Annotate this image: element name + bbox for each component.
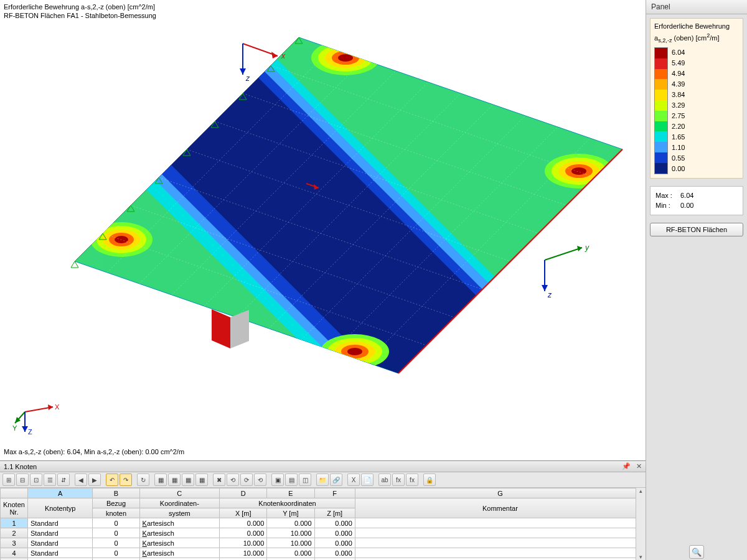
table-row[interactable]: 5 Standard0 Kartesisch5.0000.0000.000 xyxy=(1,558,646,561)
model-viewport[interactable]: Erforderliche Bewehrung a-s,2,-z (oben) … xyxy=(0,0,646,460)
toolbar-button[interactable]: ↷ xyxy=(120,474,132,486)
toolbar-button[interactable]: ☰ xyxy=(44,474,56,486)
toolbar-button[interactable]: ▤ xyxy=(285,474,298,486)
table-row[interactable]: 4 Standard0 Kartesisch10.0000.0000.000 xyxy=(1,548,646,558)
axis-triad: X Y Z xyxy=(12,393,62,437)
svg-marker-49 xyxy=(577,246,582,251)
contour-plot: y z x z xyxy=(0,0,646,460)
svg-point-23 xyxy=(347,348,362,355)
toolbar-button[interactable]: ⊡ xyxy=(30,474,42,486)
side-panel: Panel Erforderliche Bewehrung as,2,-z (o… xyxy=(646,0,747,560)
toolbar-button[interactable]: ⟲ xyxy=(254,474,266,486)
toolbar-button[interactable]: fx xyxy=(392,474,405,486)
toolbar-button[interactable]: ⊟ xyxy=(16,474,29,486)
toolbar-button[interactable]: 📄 xyxy=(361,474,374,486)
svg-point-13 xyxy=(115,236,128,243)
toolbar-button[interactable]: ▦ xyxy=(182,474,194,486)
toolbar-button[interactable]: 🔗 xyxy=(330,474,342,486)
toolbar-button[interactable]: ↶ xyxy=(106,474,118,486)
toolbar-button[interactable]: ▦ xyxy=(154,474,167,486)
toolbar-button[interactable]: ▦ xyxy=(195,474,208,486)
table-titlebar: 1.1 Knoten 📌 ✕ xyxy=(0,461,646,472)
toolbar-button[interactable]: ⟲ xyxy=(227,474,239,486)
svg-text:z: z xyxy=(547,291,552,299)
toolbar-button[interactable]: ▶ xyxy=(88,474,101,486)
toolbar-button[interactable]: ✖ xyxy=(213,474,225,486)
svg-text:X: X xyxy=(55,403,60,411)
panel-header: Panel xyxy=(646,0,747,14)
toolbar-button[interactable]: X xyxy=(347,474,360,486)
table-row[interactable]: 1 Standard0 Kartesisch0.0000.0000.000 xyxy=(1,518,646,528)
table-row[interactable]: 3 Standard0 Kartesisch10.00010.0000.000 xyxy=(1,538,646,548)
toolbar-button[interactable]: 🔒 xyxy=(423,474,436,486)
viewport-summary: Max a-s,2,-z (oben): 6.04, Min a-s,2,-z … xyxy=(4,448,184,455)
properties-icon[interactable]: 🔍 xyxy=(689,545,704,559)
table-panel: 1.1 Knoten 📌 ✕ ⊞⊟⊡☰⇵◀▶↶↷↻▦▦▦▦✖⟲⟳⟲▣▤◫📁🔗X📄… xyxy=(0,460,646,560)
toolbar-button[interactable]: ⊞ xyxy=(2,474,15,486)
toolbar-button[interactable]: ▣ xyxy=(271,474,284,486)
svg-marker-58 xyxy=(240,68,246,75)
svg-marker-69 xyxy=(22,426,28,432)
close-icon[interactable]: ✕ xyxy=(636,462,642,470)
toolbar-button[interactable]: ⟳ xyxy=(240,474,253,486)
data-table[interactable]: A B C D E F G KnotenNr. Knotentyp Bezug … xyxy=(0,488,646,560)
svg-text:Z: Z xyxy=(28,428,32,436)
toolbar-button[interactable]: ⇵ xyxy=(57,474,70,486)
svg-marker-63 xyxy=(48,404,53,410)
toolbar-button[interactable]: fx xyxy=(406,474,418,486)
toolbar-button[interactable]: ▦ xyxy=(168,474,181,486)
toolbar-button[interactable]: ◀ xyxy=(75,474,87,486)
toolbar-button[interactable]: ◫ xyxy=(299,474,311,486)
svg-line-48 xyxy=(545,248,582,260)
svg-text:Y: Y xyxy=(12,424,17,432)
viewport-title: Erforderliche Bewehrung a-s,2,-z (oben) … xyxy=(4,2,156,21)
toolbar-button[interactable]: ↻ xyxy=(137,474,149,486)
svg-text:z: z xyxy=(245,74,250,83)
toolbar-button[interactable]: 📁 xyxy=(316,474,329,486)
svg-marker-52 xyxy=(542,285,548,291)
table-title: 1.1 Knoten xyxy=(4,463,37,470)
svg-text:x: x xyxy=(281,52,286,60)
pin-icon[interactable]: 📌 xyxy=(622,462,631,470)
svg-point-28 xyxy=(571,167,586,175)
color-legend: Erforderliche Bewehrung as,2,-z (oben) [… xyxy=(650,18,743,179)
svg-marker-46 xyxy=(212,309,230,348)
table-vscrollbar[interactable]: ▴▾ xyxy=(636,488,646,560)
svg-text:y: y xyxy=(585,243,590,252)
minmax-readout: Max :6.04 Min :0.00 xyxy=(650,186,743,215)
table-row[interactable]: 2 Standard0 Kartesisch0.00010.0000.000 xyxy=(1,528,646,538)
toolbar-button[interactable]: ab xyxy=(378,474,391,486)
table-toolbar: ⊞⊟⊡☰⇵◀▶↶↷↻▦▦▦▦✖⟲⟳⟲▣▤◫📁🔗X📄abfxfx🔒 xyxy=(0,472,646,488)
rf-beton-button[interactable]: RF-BETON Flächen xyxy=(650,223,743,236)
